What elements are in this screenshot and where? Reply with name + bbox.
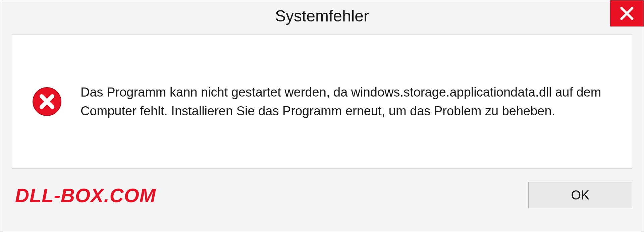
close-button[interactable] — [610, 0, 644, 26]
error-message: Das Programm kann nicht gestartet werden… — [80, 83, 619, 120]
ok-button[interactable]: OK — [528, 182, 632, 208]
title-bar: Systemfehler — [0, 0, 644, 31]
content-panel: Das Programm kann nicht gestartet werden… — [12, 35, 632, 169]
dialog-title: Systemfehler — [275, 7, 369, 25]
dialog-footer: DLL-BOX.COM OK — [0, 169, 644, 208]
error-icon — [32, 87, 62, 116]
watermark-text: DLL-BOX.COM — [12, 184, 156, 207]
close-icon — [620, 6, 634, 21]
